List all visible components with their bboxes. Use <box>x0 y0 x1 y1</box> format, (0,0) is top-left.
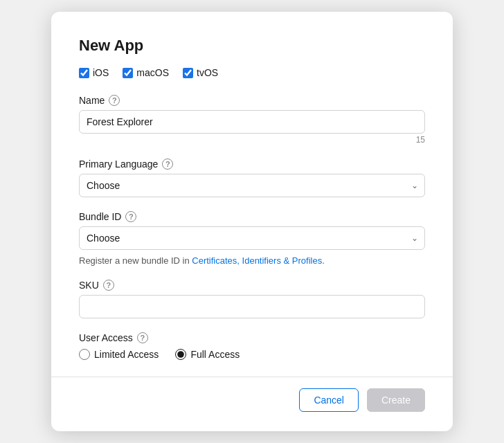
bundle-hint-link[interactable]: Certificates, Identifiers & Profiles <box>192 255 322 266</box>
limited-access-option[interactable]: Limited Access <box>79 349 159 360</box>
bundle-id-field-group: Bundle ID ? Choose ⌄ Register a new bund… <box>79 211 425 266</box>
bundle-id-help-icon[interactable]: ? <box>125 211 136 222</box>
dialog-title: New App <box>79 37 425 55</box>
bundle-hint-prefix: Register a new bundle ID in <box>79 255 192 266</box>
name-input[interactable] <box>79 110 425 134</box>
bundle-id-label-row: Bundle ID ? <box>79 211 425 222</box>
full-access-radio[interactable] <box>175 349 186 360</box>
name-char-count: 15 <box>79 135 425 145</box>
sku-input[interactable] <box>79 295 425 318</box>
primary-language-select[interactable]: Choose <box>79 174 425 197</box>
user-access-label: User Access <box>79 332 133 343</box>
platform-tvos[interactable]: tvOS <box>183 67 218 78</box>
limited-access-radio[interactable] <box>79 349 90 360</box>
primary-language-label-row: Primary Language ? <box>79 159 425 170</box>
tvos-label: tvOS <box>197 67 218 78</box>
full-access-label: Full Access <box>190 349 240 360</box>
ios-checkbox[interactable] <box>79 68 89 78</box>
user-access-field-group: User Access ? Limited Access Full Access <box>79 332 425 360</box>
user-access-options: Limited Access Full Access <box>79 349 425 360</box>
macos-label: macOS <box>136 67 169 78</box>
limited-access-label: Limited Access <box>94 349 159 360</box>
full-access-option[interactable]: Full Access <box>175 349 240 360</box>
name-label-row: Name ? <box>79 95 425 106</box>
name-label: Name <box>79 95 105 106</box>
dialog-footer: Cancel Create <box>79 388 425 412</box>
primary-language-select-wrapper: Choose ⌄ <box>79 174 425 197</box>
macos-checkbox[interactable] <box>123 68 133 78</box>
user-access-help-icon[interactable]: ? <box>137 332 148 343</box>
name-field-group: Name ? 15 <box>79 95 425 145</box>
bundle-id-hint: Register a new bundle ID in Certificates… <box>79 255 425 266</box>
sku-field-group: SKU ? <box>79 280 425 318</box>
cancel-button[interactable]: Cancel <box>299 388 359 412</box>
name-help-icon[interactable]: ? <box>109 95 120 106</box>
primary-language-help-icon[interactable]: ? <box>162 159 173 170</box>
platform-ios[interactable]: iOS <box>79 67 109 78</box>
tvos-checkbox[interactable] <box>183 68 193 78</box>
new-app-dialog: New App iOS macOS tvOS Name ? 15 Primary… <box>51 12 453 431</box>
platform-macos[interactable]: macOS <box>123 67 169 78</box>
create-button[interactable]: Create <box>367 388 425 412</box>
bundle-hint-suffix: . <box>322 255 325 266</box>
sku-label-row: SKU ? <box>79 280 425 291</box>
footer-divider <box>51 377 453 377</box>
platform-checkboxes: iOS macOS tvOS <box>79 67 425 78</box>
primary-language-field-group: Primary Language ? Choose ⌄ <box>79 159 425 197</box>
sku-help-icon[interactable]: ? <box>103 280 114 291</box>
primary-language-label: Primary Language <box>79 159 158 170</box>
bundle-id-select-wrapper: Choose ⌄ <box>79 226 425 250</box>
user-access-label-row: User Access ? <box>79 332 425 343</box>
sku-label: SKU <box>79 280 99 291</box>
ios-label: iOS <box>93 67 109 78</box>
bundle-id-select[interactable]: Choose <box>79 226 425 250</box>
bundle-id-label: Bundle ID <box>79 211 121 222</box>
